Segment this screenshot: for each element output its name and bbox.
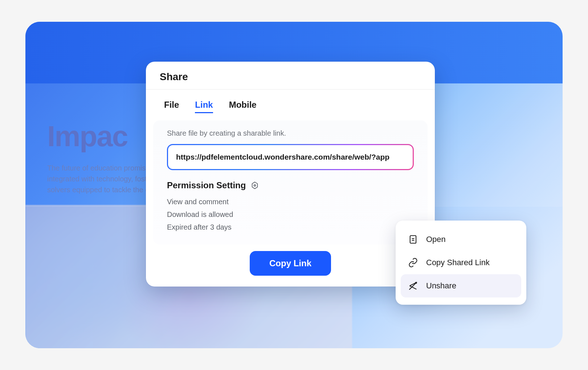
ctx-open[interactable]: Open xyxy=(401,228,521,251)
tab-file[interactable]: File xyxy=(164,100,179,113)
permission-line: View and comment xyxy=(167,196,414,208)
ctx-label: Unshare xyxy=(426,281,456,291)
dialog-title: Share xyxy=(160,71,421,83)
file-icon xyxy=(408,234,418,244)
tab-link[interactable]: Link xyxy=(195,100,213,113)
svg-rect-1 xyxy=(410,236,416,243)
share-dialog: Share File Link Mobile Share file by cre… xyxy=(146,62,435,287)
ctx-label: Copy Shared Link xyxy=(426,258,490,267)
permission-title: Permission Setting xyxy=(167,180,246,190)
link-icon xyxy=(408,258,418,268)
tab-mobile[interactable]: Mobile xyxy=(229,100,257,113)
ctx-unshare[interactable]: Unshare xyxy=(401,274,521,297)
share-link-text: https://pdfelementcloud.wondershare.com/… xyxy=(168,145,413,169)
permission-line: Download is allowed xyxy=(167,208,414,221)
link-panel: Share file by creating a sharable link. … xyxy=(153,120,428,244)
panel-hint: Share file by creating a sharable link. xyxy=(167,129,414,137)
ctx-copy-shared-link[interactable]: Copy Shared Link xyxy=(401,251,521,274)
unshare-icon xyxy=(408,281,418,291)
dialog-header: Share xyxy=(146,62,435,90)
permission-header: Permission Setting xyxy=(167,180,414,190)
svg-point-0 xyxy=(254,185,256,186)
app-canvas: Impac The future of education promise in… xyxy=(25,22,563,348)
context-menu: Open Copy Shared Link Unshare xyxy=(396,221,526,305)
share-tabs: File Link Mobile xyxy=(146,90,435,117)
settings-hex-icon[interactable] xyxy=(251,181,259,189)
share-link-box[interactable]: https://pdfelementcloud.wondershare.com/… xyxy=(167,144,414,170)
permission-line: Expired after 3 days xyxy=(167,221,414,234)
copy-link-button[interactable]: Copy Link xyxy=(250,251,331,276)
ctx-label: Open xyxy=(426,235,446,244)
